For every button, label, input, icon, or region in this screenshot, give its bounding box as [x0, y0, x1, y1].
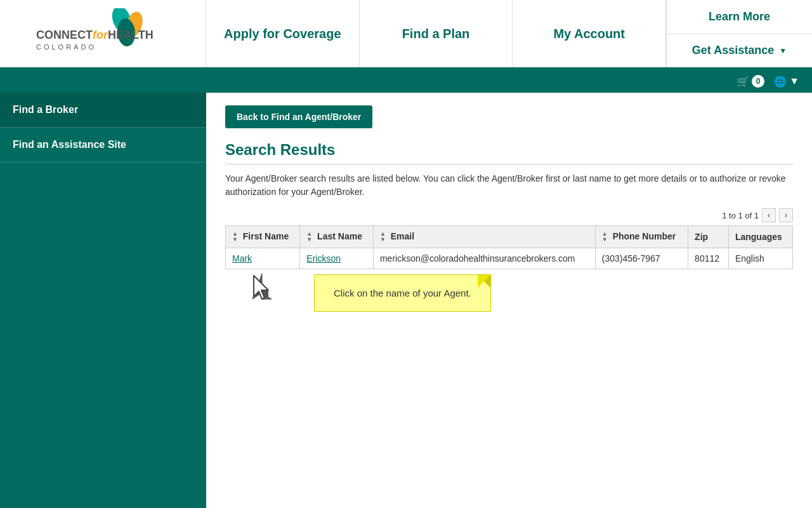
col-first-name[interactable]: ▲▼ First Name: [226, 226, 300, 248]
callout-note: Click on the name of your Agent.: [314, 274, 491, 312]
sidebar-item-find-broker[interactable]: Find a Broker: [0, 93, 206, 128]
cell-email: merickson@coloradohealthinsurancebrokers…: [373, 248, 595, 269]
pagination-next[interactable]: ›: [779, 208, 793, 222]
col-phone[interactable]: ▲▼ Phone Number: [595, 226, 688, 248]
col-zip: Zip: [688, 226, 729, 248]
nav-items: Apply for Coverage Find a Plan My Accoun…: [206, 0, 666, 67]
apply-for-coverage-nav[interactable]: Apply for Coverage: [206, 0, 360, 67]
cell-last-name: Erickson: [300, 248, 374, 269]
search-results-title: Search Results: [225, 141, 793, 164]
pagination-info: 1 to 1 of 1: [722, 211, 759, 220]
sort-arrows-email: ▲▼: [380, 231, 386, 243]
pagination-bar: 1 to 1 of 1 ‹ ›: [225, 208, 793, 222]
search-results-desc: Your Agent/Broker search results are lis…: [225, 172, 793, 199]
sidebar-item-find-assistance[interactable]: Find an Assistance Site: [0, 128, 206, 163]
nav-right: Learn More Get Assistance ▼: [666, 0, 812, 67]
svg-text:COLORADO: COLORADO: [36, 43, 96, 51]
learn-more-nav[interactable]: Learn More: [667, 0, 812, 34]
cart-icon: 🛒: [737, 76, 749, 88]
sort-arrows-last: ▲▼: [306, 231, 312, 243]
globe-arrow: ▼: [789, 76, 799, 87]
logo: CONNECTforHEALTH COLORADO: [30, 8, 176, 59]
sort-arrows-first: ▲▼: [232, 231, 238, 243]
table-header-row: ▲▼ First Name ▲▼ Last Name ▲▼ Email ▲▼ P…: [226, 226, 793, 248]
cell-zip: 80112: [688, 248, 729, 269]
callout-container: Click on the name of your Agent.: [225, 269, 793, 312]
cart-count: 0: [752, 75, 764, 88]
agent-last-name-link[interactable]: Erickson: [306, 253, 341, 264]
main-layout: Find a Broker Find an Assistance Site Ba…: [0, 93, 812, 508]
logo-area: CONNECTforHEALTH COLORADO: [0, 0, 206, 67]
get-assistance-arrow: ▼: [779, 46, 787, 55]
cell-languages: English: [728, 248, 792, 269]
table-row: Mark Erickson merickson@coloradohealthin…: [226, 248, 793, 269]
col-languages: Languages: [728, 226, 792, 248]
cell-first-name: Mark: [226, 248, 300, 269]
cell-phone: (303)456-7967: [595, 248, 688, 269]
sidebar: Find a Broker Find an Assistance Site: [0, 93, 206, 508]
results-table: ▲▼ First Name ▲▼ Last Name ▲▼ Email ▲▼ P…: [225, 225, 793, 269]
back-to-find-agent-button[interactable]: Back to Find an Agent/Broker: [225, 105, 372, 128]
svg-text:CONNECTforHEALTH: CONNECTforHEALTH: [36, 29, 154, 41]
agent-first-name-link[interactable]: Mark: [232, 253, 252, 264]
second-bar: 🛒 0 🌐 ▼: [0, 70, 812, 93]
globe-icon-area[interactable]: 🌐 ▼: [774, 76, 799, 88]
my-account-nav[interactable]: My Account: [513, 0, 666, 67]
top-nav: CONNECTforHEALTH COLORADO Apply for Cove…: [0, 0, 812, 70]
col-email[interactable]: ▲▼ Email: [373, 226, 595, 248]
content-area: Back to Find an Agent/Broker Search Resu…: [206, 93, 812, 508]
cursor-arrow-icon: [251, 272, 273, 301]
find-a-plan-nav[interactable]: Find a Plan: [360, 0, 513, 67]
pagination-prev[interactable]: ‹: [762, 208, 776, 222]
svg-marker-6: [254, 276, 268, 299]
sort-arrows-phone: ▲▼: [602, 231, 608, 243]
cart-icon-area[interactable]: 🛒 0: [737, 75, 764, 88]
col-last-name[interactable]: ▲▼ Last Name: [300, 226, 374, 248]
globe-icon: 🌐: [774, 76, 787, 88]
get-assistance-nav[interactable]: Get Assistance ▼: [667, 34, 812, 68]
